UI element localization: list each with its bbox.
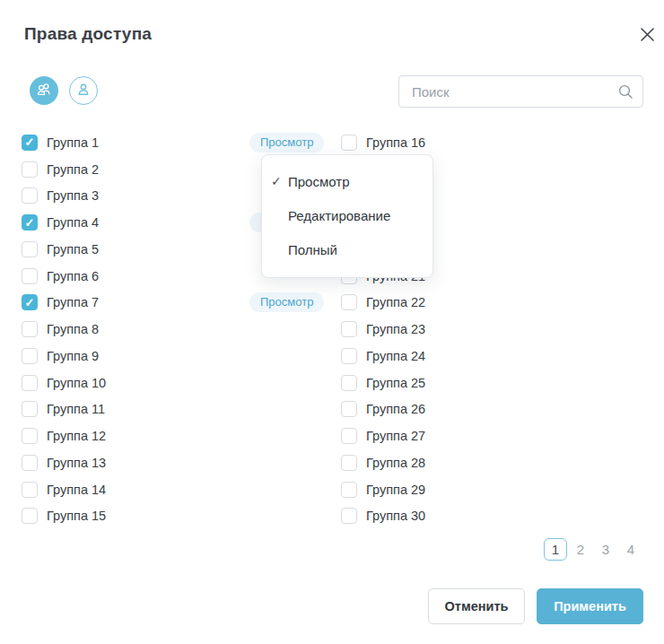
dropdown-item[interactable]: Редактирование bbox=[262, 198, 432, 232]
group-row: Группа 29 bbox=[341, 476, 646, 503]
group-row: Группа 15 bbox=[22, 503, 327, 530]
dropdown-item-label: Просмотр bbox=[288, 174, 350, 189]
filter-users-button[interactable] bbox=[69, 76, 98, 105]
group-row: Группа 12 bbox=[22, 422, 327, 449]
group-row: Группа 22 bbox=[341, 290, 646, 317]
group-checkbox[interactable] bbox=[341, 508, 357, 524]
group-label: Группа 24 bbox=[366, 349, 425, 363]
search-input[interactable] bbox=[398, 75, 643, 108]
group-checkbox[interactable] bbox=[22, 375, 38, 391]
group-row: Группа 13 bbox=[22, 449, 327, 476]
group-label: Группа 28 bbox=[366, 456, 425, 470]
group-label: Группа 8 bbox=[47, 322, 99, 336]
group-checkbox[interactable] bbox=[22, 401, 38, 417]
group-row: Группа 25 bbox=[341, 370, 646, 396]
group-label: Группа 5 bbox=[47, 242, 99, 257]
access-level-dropdown: ✓ Просмотр Редактирование Полный bbox=[261, 154, 433, 278]
group-label: Группа 12 bbox=[47, 429, 106, 443]
group-checkbox[interactable] bbox=[22, 214, 38, 231]
group-label: Группа 4 bbox=[47, 215, 99, 230]
group-row: Группа 14 bbox=[22, 476, 327, 503]
group-row: Группа 16 bbox=[341, 129, 646, 156]
group-checkbox[interactable] bbox=[22, 135, 38, 151]
pagination-page[interactable]: 4 bbox=[619, 538, 642, 561]
group-checkbox[interactable] bbox=[341, 428, 357, 444]
group-label: Группа 14 bbox=[47, 483, 106, 497]
group-checkbox[interactable] bbox=[341, 455, 357, 471]
dropdown-item-label: Полный bbox=[288, 242, 337, 257]
group-row: Группа 27 bbox=[341, 422, 646, 449]
pagination: 1234 bbox=[544, 538, 642, 561]
group-label: Группа 16 bbox=[366, 135, 425, 150]
check-icon: ✓ bbox=[271, 174, 288, 188]
group-label: Группа 15 bbox=[47, 509, 106, 523]
dropdown-item-label: Редактирование bbox=[288, 208, 390, 223]
filter-groups-button[interactable] bbox=[30, 76, 58, 105]
group-row: Группа 26 bbox=[341, 396, 646, 423]
group-checkbox[interactable] bbox=[22, 321, 38, 337]
group-checkbox[interactable] bbox=[22, 348, 38, 364]
group-label: Группа 23 bbox=[366, 322, 425, 336]
group-checkbox[interactable] bbox=[22, 428, 38, 444]
group-label: Группа 29 bbox=[366, 483, 425, 497]
group-row: Группа 30 bbox=[341, 503, 646, 530]
people-group-icon bbox=[34, 80, 54, 102]
group-label: Группа 3 bbox=[47, 188, 99, 203]
search-box bbox=[398, 75, 643, 108]
pagination-page[interactable]: 2 bbox=[569, 538, 592, 561]
group-row: Группа 23 bbox=[341, 316, 646, 343]
group-label: Группа 30 bbox=[366, 509, 425, 523]
group-label: Группа 7 bbox=[47, 295, 99, 309]
group-row: Группа 28 bbox=[341, 449, 646, 476]
group-checkbox[interactable] bbox=[22, 268, 38, 284]
group-checkbox[interactable] bbox=[341, 348, 357, 364]
group-checkbox[interactable] bbox=[341, 294, 357, 310]
group-row: Группа 1 Просмотр bbox=[22, 129, 327, 156]
group-label: Группа 26 bbox=[366, 402, 425, 416]
group-checkbox[interactable] bbox=[341, 321, 357, 337]
group-checkbox[interactable] bbox=[22, 187, 38, 204]
group-checkbox[interactable] bbox=[22, 508, 38, 524]
access-level-badge[interactable]: Просмотр bbox=[249, 292, 324, 312]
group-checkbox[interactable] bbox=[341, 375, 357, 391]
group-row: Группа 9 bbox=[22, 343, 327, 370]
close-button[interactable] bbox=[635, 24, 659, 48]
dropdown-item[interactable]: Полный bbox=[262, 232, 432, 266]
group-checkbox[interactable] bbox=[341, 135, 357, 151]
access-level-badge[interactable]: Просмотр bbox=[249, 133, 324, 152]
group-label: Группа 11 bbox=[47, 402, 105, 416]
group-label: Группа 1 bbox=[47, 135, 99, 150]
pagination-page[interactable]: 1 bbox=[544, 538, 567, 561]
person-icon bbox=[74, 80, 93, 102]
page-title: Права доступа bbox=[24, 24, 152, 44]
access-rights-modal: Права доступа bbox=[0, 0, 664, 644]
dropdown-item[interactable]: ✓ Просмотр bbox=[262, 164, 432, 198]
group-label: Группа 25 bbox=[366, 376, 425, 390]
group-label: Группа 27 bbox=[366, 429, 425, 443]
group-row: Группа 8 bbox=[22, 316, 327, 343]
group-checkbox[interactable] bbox=[22, 161, 38, 178]
group-row: Группа 7 Просмотр bbox=[22, 290, 327, 317]
group-label: Группа 6 bbox=[47, 269, 99, 283]
cancel-button[interactable]: Отменить bbox=[428, 588, 525, 624]
group-label: Группа 10 bbox=[47, 376, 106, 390]
group-row: Группа 11 bbox=[22, 396, 327, 423]
group-checkbox[interactable] bbox=[22, 455, 38, 471]
view-filters bbox=[30, 76, 98, 105]
group-checkbox[interactable] bbox=[22, 241, 38, 257]
group-checkbox[interactable] bbox=[341, 482, 357, 498]
pagination-page[interactable]: 3 bbox=[594, 538, 617, 561]
group-checkbox[interactable] bbox=[22, 294, 38, 310]
group-row: Группа 10 bbox=[22, 370, 327, 396]
group-label: Группа 9 bbox=[47, 349, 99, 363]
group-row: Группа 24 bbox=[341, 343, 646, 370]
group-label: Группа 13 bbox=[47, 456, 106, 470]
group-checkbox[interactable] bbox=[22, 482, 38, 498]
close-icon bbox=[640, 27, 655, 45]
group-label: Группа 22 bbox=[366, 295, 425, 309]
apply-button[interactable]: Применить bbox=[537, 588, 643, 624]
group-checkbox[interactable] bbox=[341, 401, 357, 417]
group-label: Группа 2 bbox=[47, 162, 99, 177]
